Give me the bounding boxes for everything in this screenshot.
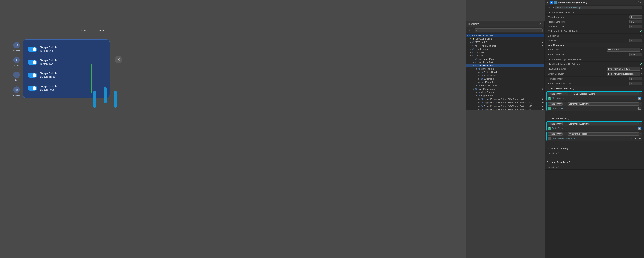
tree-item-4[interactable]: ▶ ⬡ Controller [466, 51, 544, 54]
on-first-hand-detected-header[interactable]: On First Hand Detected () [545, 86, 644, 91]
component-help-icon[interactable]: ? [637, 1, 639, 4]
component-collapse-arrow: ▼ [546, 1, 549, 4]
tree-item-9[interactable]: ▼ ⬡ MenuContent [466, 67, 544, 71]
component-header[interactable]: ▼ Hand Constraint (Palm Up) ? ⚙ [545, 0, 644, 5]
event-last-hand-circle-2[interactable]: ⊙ [630, 137, 632, 140]
tree-item-3[interactable]: ▶ ⬡ EventSystem [466, 47, 544, 51]
event-first-hand-action-2[interactable]: GameObject.SetActive [568, 102, 639, 106]
on-hand-activate-minus[interactable]: − [641, 156, 642, 159]
toggle-switch-3[interactable] [28, 73, 37, 78]
tree-item-23[interactable]: ▶ ⬡ TogglePressableButton_96x32mm_Switch… [466, 97, 544, 101]
on-hand-activate-header[interactable]: On Hand Activate () [545, 146, 644, 151]
event-last-hand-expand-2[interactable]: ▾ [640, 133, 641, 135]
tree-item-11[interactable]: ▶ ⬡ ButtonsRow2 [466, 74, 544, 77]
prop-smoothing-check[interactable]: ✔ [640, 34, 642, 37]
event-first-hand-mode-2[interactable]: Runtime Only [548, 102, 562, 106]
event-last-hand-check-1[interactable] [638, 127, 641, 129]
tree-item-12[interactable]: ▶ ⬡ ButtonRig [466, 77, 544, 81]
event-last-hand-circle-1[interactable]: ⊙ [636, 127, 638, 130]
prop-rotation-behavior-dropdown[interactable]: Look At Main Camera None Face Camera [607, 67, 640, 71]
prop-move-lerp-input[interactable] [630, 15, 642, 19]
component-settings-icon[interactable]: ⚙ [640, 1, 642, 4]
event-last-hand-minus[interactable]: − [641, 142, 642, 145]
tree-expand-15[interactable]: ▶ [542, 88, 544, 90]
event-last-hand-mode-2[interactable]: Runtime Only [548, 132, 562, 135]
tree-item-8[interactable]: ▼ ⬡ HandMenu2x4 [466, 64, 544, 67]
tree-item-7[interactable]: ▶ ⬡ HandMenu1x4 [466, 61, 544, 64]
event-first-hand-expand-1[interactable]: ▾ [640, 93, 641, 95]
component-enable-checkbox[interactable] [550, 1, 552, 4]
tree-expand-23[interactable]: ▶ [542, 98, 544, 100]
tree-item-14[interactable]: ▶ ⬡ ManipulationBar [466, 84, 544, 87]
event-first-hand-action-1[interactable]: GameObject.SetActive [573, 92, 639, 95]
message-icon-item[interactable]: ✉ Message [10, 84, 23, 99]
tree-item-1[interactable]: ▶ ⬡ MRTK XR Rig ▶ [466, 40, 544, 44]
hierarchy-settings-btn[interactable]: ⋮ [533, 22, 537, 26]
handle-1[interactable] [93, 91, 96, 108]
toggle-switch-1[interactable] [28, 47, 37, 52]
event-last-hand-action-1[interactable]: GameObject.SetActive [568, 122, 639, 125]
tree-root-item[interactable]: ▼ ⬡ HandMenuExamples* ⋮ [466, 33, 544, 37]
tree-expand-25[interactable]: ▶ [542, 105, 544, 107]
handle-2[interactable] [104, 87, 106, 104]
on-last-hand-lost-header[interactable]: On Last Hand Lost () [545, 116, 644, 121]
move-icon-item[interactable]: ✥ Move [10, 54, 23, 69]
tree-expand-2[interactable]: ▶ [542, 44, 544, 47]
prop-offset-behavior-dropdown[interactable]: Look At Camera Rotation None Tracked Obj… [607, 72, 640, 76]
event-first-hand-check-2[interactable] [638, 107, 641, 110]
script-value[interactable]: HandConstraintPalmUp [555, 5, 642, 9]
event-first-hand-circle-1[interactable]: ⊙ [636, 97, 638, 100]
list-icon-item[interactable]: ☰ List [10, 69, 23, 84]
prop-lifetime-input[interactable] [630, 39, 642, 42]
tree-item-6[interactable]: ▶ ⬡ DescriptionPanel [466, 57, 544, 61]
prop-forward-offset-input[interactable] [630, 77, 642, 81]
event-first-hand-check-1[interactable] [638, 97, 641, 100]
tree-item-2[interactable]: ▶ ⬡ MRTKInputSimulator ▶ [466, 44, 544, 47]
prop-scale-lerp-input[interactable] [630, 25, 642, 28]
tree-item-0[interactable]: ▶ 💡 Directional Light [466, 37, 544, 40]
event-first-hand-circle-2[interactable]: ⊙ [636, 107, 638, 110]
tree-item-26[interactable]: ▶ ⬡ TogglePressableButton_96x32mm_Switch… [466, 108, 544, 110]
prop-rotate-lerp: Rotate Lerp Time [545, 19, 644, 24]
handle-3[interactable] [114, 91, 117, 108]
on-hand-deactivate-header[interactable]: On Hand Deactivate () [545, 160, 644, 164]
event-first-hand-expand-2[interactable]: ▾ [640, 103, 641, 106]
tree-expand-24[interactable]: ▶ [542, 101, 544, 104]
on-hand-deactivate-empty: List is Empty [545, 164, 644, 169]
prop-maintain-scale-check[interactable]: ✔ [640, 30, 642, 33]
prop-hide-cursors-check[interactable]: ✔ [640, 62, 642, 65]
prop-safe-zone-angle-input[interactable] [630, 82, 642, 85]
objects-icon-item[interactable]: ⬡ Objects [10, 39, 23, 54]
tree-root-more[interactable]: ⋮ [541, 34, 544, 37]
tree-item-15[interactable]: ▼ ⬡ HandMenuLarge ▶ [466, 87, 544, 91]
event-last-hand-mode-1[interactable]: Runtime Only [548, 122, 562, 125]
on-hand-activate-plus[interactable]: + [637, 156, 639, 159]
tree-item-25[interactable]: ▶ ⬡ TogglePressableButton_96x32mm_Switch… [466, 104, 544, 108]
event-last-hand-plus[interactable]: + [637, 142, 639, 145]
hierarchy-new-btn[interactable]: + [468, 28, 471, 32]
tree-item-16[interactable]: ▼ ⬡ MenuContent [466, 91, 544, 94]
tree-item-22[interactable]: ▼ ⬡ ToggleButtons [466, 94, 544, 97]
toggle-switch-2[interactable] [28, 60, 37, 65]
tree-item-24[interactable]: ▶ ⬡ TogglePressableButton_96x32mm_Switch… [466, 101, 544, 104]
prop-rotate-lerp-input[interactable] [630, 20, 642, 23]
hierarchy-add-btn[interactable]: + [528, 22, 532, 26]
tree-icon-8: ⬡ [475, 65, 477, 67]
hierarchy-close-btn[interactable]: ✕ [538, 22, 542, 26]
tree-item-13[interactable]: ▶ ⬡ UIBackplate [466, 81, 544, 84]
event-last-hand-expand-1[interactable]: ▾ [640, 123, 641, 125]
tree-item-5[interactable]: ▼ ⬡ Content [466, 54, 544, 57]
tree-expand-1[interactable]: ▶ [542, 41, 544, 43]
hierarchy-search[interactable] [475, 28, 543, 32]
prop-safe-zone-dropdown[interactable]: Ulnar Side Radial Side Above Finger Tips… [607, 48, 640, 51]
close-button[interactable]: ✕ [115, 56, 122, 63]
event-first-hand-mode-1[interactable]: Runtime Only Editor And Runtime Off [548, 92, 568, 95]
event-last-hand-action-2[interactable]: Animator.SetTrigger [568, 132, 639, 135]
event-first-hand-plus[interactable]: + [637, 112, 639, 116]
hierarchy-dropdown[interactable]: ▾ [472, 29, 474, 31]
tree-item-10[interactable]: ▶ ⬡ ButtonsRow1 [466, 71, 544, 74]
event-first-hand-minus[interactable]: − [641, 112, 642, 116]
prop-safe-zone-buffer-input[interactable] [630, 53, 642, 56]
toggle-switch-4[interactable] [28, 86, 37, 91]
tree-expand-26[interactable]: ▶ [542, 108, 544, 110]
